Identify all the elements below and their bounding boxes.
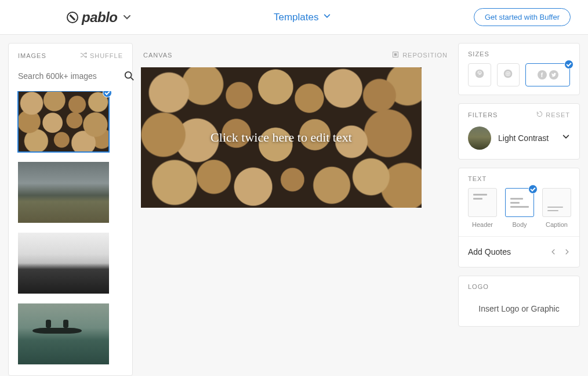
search-icon[interactable] xyxy=(124,71,135,81)
image-thumbnail[interactable] xyxy=(18,233,109,294)
canvas[interactable]: Click twice here to edit text xyxy=(141,67,422,208)
images-title: IMAGES xyxy=(18,52,46,59)
canvas-area: CANVAS REPOSITION Click twice here to ed… xyxy=(141,43,450,376)
logo-header: LOGO xyxy=(459,276,579,296)
selected-check-icon xyxy=(564,60,574,69)
text-option-caption[interactable]: Caption xyxy=(542,188,571,228)
text-option-label: Header xyxy=(472,221,493,228)
right-sidebar: SIZES f xyxy=(458,43,580,376)
reset-button[interactable]: RESET xyxy=(536,111,570,118)
logo-title: LOGO xyxy=(468,283,489,290)
filter-name: Light Contrast xyxy=(498,133,555,143)
twitter-icon xyxy=(549,70,558,79)
quotes-prev-button[interactable] xyxy=(550,247,556,256)
image-thumbnail[interactable] xyxy=(18,91,109,152)
text-option-header[interactable]: Header xyxy=(468,188,497,228)
text-style-preview xyxy=(542,188,571,217)
image-thumbnail[interactable] xyxy=(18,303,109,364)
selected-check-icon xyxy=(528,185,538,194)
quotes-nav xyxy=(550,247,570,256)
canvas-text[interactable]: Click twice here to edit text xyxy=(210,130,352,145)
filters-section: FILTERS RESET Light Contrast xyxy=(458,103,580,160)
logo-section: LOGO Insert Logo or Graphic xyxy=(458,276,580,327)
shuffle-icon xyxy=(80,52,87,60)
text-header: TEXT xyxy=(459,168,579,188)
text-body: Header Body Caption xyxy=(459,188,579,236)
chevron-down-icon xyxy=(562,133,570,143)
text-option-body[interactable]: Body xyxy=(505,188,534,228)
sizes-header: SIZES xyxy=(459,44,579,63)
brand-name: pablo xyxy=(82,9,118,26)
chevron-down-icon xyxy=(122,9,132,26)
size-option-instagram[interactable] xyxy=(497,63,520,86)
text-title: TEXT xyxy=(468,175,487,182)
reposition-button[interactable]: REPOSITION xyxy=(392,51,448,59)
canvas-label: CANVAS xyxy=(143,52,172,59)
app-header: pablo Templates Get started with Buffer xyxy=(0,0,588,35)
chevron-down-icon xyxy=(323,12,331,23)
quotes-next-button[interactable] xyxy=(564,247,570,256)
filters-title: FILTERS xyxy=(468,111,498,118)
templates-dropdown[interactable]: Templates xyxy=(274,12,331,23)
reset-label: RESET xyxy=(546,111,570,118)
image-thumbnail[interactable] xyxy=(18,162,109,223)
reset-icon xyxy=(536,111,543,118)
shuffle-label: SHUFFLE xyxy=(90,52,123,59)
insert-logo-button[interactable]: Insert Logo or Graphic xyxy=(459,296,579,326)
size-option-pinterest[interactable] xyxy=(468,63,491,86)
text-section: TEXT Header Body xyxy=(458,168,580,267)
image-thumbnails[interactable] xyxy=(9,91,132,375)
search-input[interactable] xyxy=(18,68,119,84)
images-panel: IMAGES SHUFFLE xyxy=(8,43,133,376)
text-option-label: Body xyxy=(512,221,527,228)
get-started-button[interactable]: Get started with Buffer xyxy=(474,8,571,26)
sizes-title: SIZES xyxy=(468,50,489,57)
pablo-logo-icon xyxy=(67,12,78,23)
social-icons-pair: f xyxy=(538,70,558,79)
selected-check-icon xyxy=(103,91,112,97)
filters-header: FILTERS RESET xyxy=(459,104,579,124)
svg-point-7 xyxy=(509,72,510,73)
templates-label: Templates xyxy=(274,12,318,23)
search-row xyxy=(9,68,132,91)
shuffle-button[interactable]: SHUFFLE xyxy=(80,52,123,60)
main-area: IMAGES SHUFFLE CANVAS xyxy=(0,35,588,376)
pinterest-icon xyxy=(475,69,484,81)
reposition-icon xyxy=(392,51,399,59)
text-style-preview xyxy=(468,188,497,217)
images-panel-header: IMAGES SHUFFLE xyxy=(9,44,132,68)
instagram-icon xyxy=(503,69,513,81)
add-quotes-row: Add Quotes xyxy=(459,236,579,267)
filter-preview xyxy=(468,126,491,150)
text-style-preview xyxy=(505,188,534,217)
text-options: Header Body Caption xyxy=(468,188,570,228)
filter-dropdown[interactable]: Light Contrast xyxy=(459,124,579,159)
canvas-header: CANVAS REPOSITION xyxy=(141,43,450,67)
sizes-options: f xyxy=(459,63,579,95)
facebook-icon: f xyxy=(538,70,547,79)
sizes-section: SIZES f xyxy=(458,43,580,95)
svg-point-0 xyxy=(125,72,132,78)
add-quotes-label[interactable]: Add Quotes xyxy=(468,247,511,256)
svg-point-4 xyxy=(504,70,513,78)
svg-rect-2 xyxy=(394,53,397,56)
brand-logo[interactable]: pablo xyxy=(67,9,132,26)
reposition-label: REPOSITION xyxy=(402,52,448,59)
text-option-label: Caption xyxy=(546,221,568,228)
size-option-facebook-twitter[interactable]: f xyxy=(525,63,570,86)
